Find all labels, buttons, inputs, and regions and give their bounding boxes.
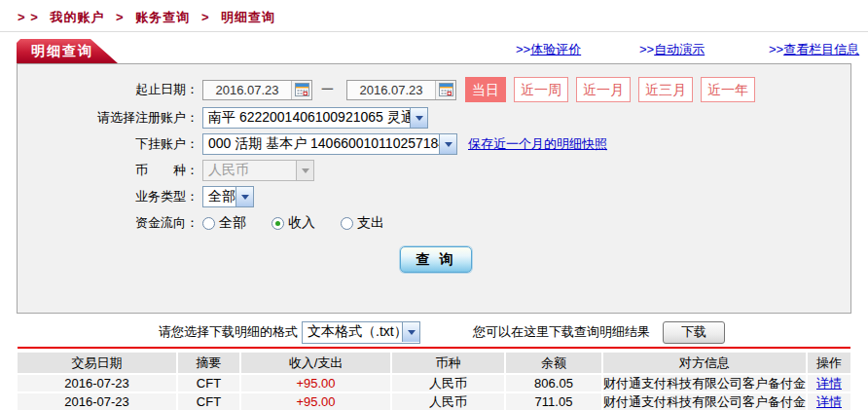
breadcrumb: > > 我的账户 > 账务查询 > 明细查询 — [18, 9, 275, 26]
detail-link[interactable]: 详情 — [816, 394, 842, 409]
end-date-value[interactable]: 2016.07.23 — [347, 83, 435, 97]
cell-action: 详情 — [808, 375, 850, 391]
header-counterparty: 对方信息 — [603, 353, 808, 373]
header-summary: 摘要 — [178, 353, 241, 373]
flow-radio-expense[interactable]: 支出 — [341, 214, 384, 232]
date-range-row: 起止日期： 2016.07.23 一 — [18, 77, 850, 102]
download-row: 请您选择下载明细的格式 文本格式（.txt） 您可以在这里下载查询明细结果 下载 — [0, 320, 868, 344]
calendar-icon — [295, 83, 309, 96]
download-format-select[interactable]: 文本格式（.txt） — [302, 321, 420, 344]
chevron-down-icon[interactable] — [410, 108, 427, 128]
cell-amount: +95.00 — [241, 375, 392, 391]
chevron-down-icon[interactable] — [402, 322, 419, 342]
cell-balance: 711.05 — [506, 393, 603, 410]
register-account-select[interactable]: 南平 6222001406100921065 灵通卡 — [202, 107, 428, 129]
quick-range-year-button[interactable]: 近一年 — [701, 77, 755, 102]
quick-range-month-button[interactable]: 近一月 — [576, 77, 631, 102]
currency-select: 人民币 — [202, 160, 314, 181]
start-date-value[interactable]: 2016.07.23 — [203, 83, 291, 97]
table-header-row: 交易日期 摘要 收入/支出 币种 余额 对方信息 操作 — [18, 353, 850, 373]
cell-date: 2016-07-23 — [18, 393, 178, 410]
detail-query-page: > > 我的账户 > 账务查询 > 明细查询 明细查询 >>体验评价 >>自动演… — [0, 0, 868, 410]
chevron-down-icon — [296, 161, 313, 180]
download-hint: 您可以在这里下载查询明细结果 — [473, 323, 650, 341]
cell-action: 详情 — [808, 393, 850, 410]
query-button-row: 查 询 — [18, 246, 850, 273]
save-snapshot-link[interactable]: 保存近一个月的明细快照 — [468, 135, 607, 153]
cell-amount: +95.00 — [241, 393, 392, 410]
quick-range-quarter-button[interactable]: 近三月 — [638, 77, 693, 102]
date-range-label: 起止日期： — [18, 81, 199, 98]
table-row: 2016-07-23 CFT +95.00 人民币 806.05 财付通支付科技… — [18, 375, 850, 391]
breadcrumb-item-detail-query[interactable]: 明细查询 — [221, 10, 275, 24]
query-form-panel: 起止日期： 2016.07.23 一 — [17, 63, 851, 314]
cell-currency: 人民币 — [392, 375, 506, 391]
link-auto-demo[interactable]: >>自动演示 — [639, 41, 705, 58]
radio-icon[interactable] — [341, 217, 353, 230]
link-experience-rating[interactable]: >>体验评价 — [516, 41, 581, 58]
register-account-label: 请选择注册账户： — [18, 109, 199, 127]
header-amount: 收入/支出 — [241, 353, 392, 373]
table-row: 2016-07-23 CFT +95.00 人民币 711.05 财付通支付科技… — [18, 393, 850, 410]
flow-radio-all[interactable]: 全部 — [202, 214, 246, 232]
calendar-icon — [439, 83, 453, 96]
sub-account-select[interactable]: 000 活期 基本户 1406600101102571848 — [202, 133, 457, 155]
quick-range-week-button[interactable]: 近一周 — [514, 77, 568, 102]
breadcrumb-prefix: > > — [18, 10, 39, 24]
breadcrumb-separator: > — [116, 10, 125, 24]
quick-range-buttons: 当日 近一周 近一月 近三月 近一年 — [465, 77, 755, 102]
business-type-label: 业务类型： — [18, 188, 199, 205]
tab-detail-query[interactable]: 明细查询 — [17, 39, 118, 63]
start-date-calendar-button[interactable] — [291, 81, 311, 99]
cell-counterparty: 财付通支付科技有限公司客户备付金 — [603, 375, 808, 391]
end-date-calendar-button[interactable] — [435, 81, 455, 99]
flow-radio-income[interactable]: 收入 — [271, 214, 315, 232]
business-type-row: 业务类型： 全部 — [18, 186, 850, 207]
header-action: 操作 — [808, 353, 850, 373]
start-date-input[interactable]: 2016.07.23 — [202, 80, 312, 100]
chevron-down-icon[interactable] — [235, 187, 253, 206]
currency-row: 币 种： 人民币 — [18, 160, 850, 181]
download-button[interactable]: 下载 — [663, 321, 725, 344]
flow-direction-row: 资金流向： 全部 收入 支出 — [18, 212, 850, 234]
detail-link[interactable]: 详情 — [816, 376, 842, 391]
header-balance: 余额 — [506, 353, 603, 373]
cell-date: 2016-07-23 — [18, 375, 178, 391]
breadcrumb-separator: > — [201, 10, 210, 24]
chevron-down-icon[interactable] — [439, 134, 456, 154]
flow-direction-label: 资金流向： — [18, 214, 199, 232]
quick-range-today-button[interactable]: 当日 — [465, 77, 506, 102]
header-date: 交易日期 — [18, 353, 178, 373]
sub-account-row: 下挂账户： 000 活期 基本户 1406600101102571848 保存近… — [18, 133, 850, 155]
radio-checked-icon[interactable] — [271, 217, 284, 230]
cell-balance: 806.05 — [506, 375, 603, 391]
radio-icon[interactable] — [202, 217, 215, 230]
link-view-column-info[interactable]: >>查看栏目信息 — [769, 41, 859, 58]
cell-summary: CFT — [178, 375, 241, 391]
table-divider — [18, 347, 850, 349]
sub-account-label: 下挂账户： — [18, 135, 199, 153]
header-currency: 币种 — [392, 353, 506, 373]
download-format-label: 请您选择下载明细的格式 — [159, 323, 298, 341]
query-button[interactable]: 查 询 — [400, 246, 472, 273]
end-date-input[interactable]: 2016.07.23 — [346, 80, 456, 100]
cell-summary: CFT — [178, 393, 241, 410]
cell-currency: 人民币 — [392, 393, 506, 410]
cell-counterparty: 财付通支付科技有限公司客户备付金 — [603, 393, 808, 410]
breadcrumb-item-my-account[interactable]: 我的账户 — [50, 10, 104, 24]
business-type-select[interactable]: 全部 — [202, 186, 254, 207]
tab-label: 明细查询 — [31, 43, 93, 58]
currency-label: 币 种： — [18, 162, 199, 179]
date-range-separator: 一 — [321, 81, 334, 98]
header-divider — [0, 31, 868, 32]
breadcrumb-item-account-query[interactable]: 账务查询 — [135, 10, 190, 24]
transaction-table: 交易日期 摘要 收入/支出 币种 余额 对方信息 操作 2016-07-23 C… — [18, 353, 850, 410]
register-account-row: 请选择注册账户： 南平 6222001406100921065 灵通卡 — [18, 107, 850, 129]
